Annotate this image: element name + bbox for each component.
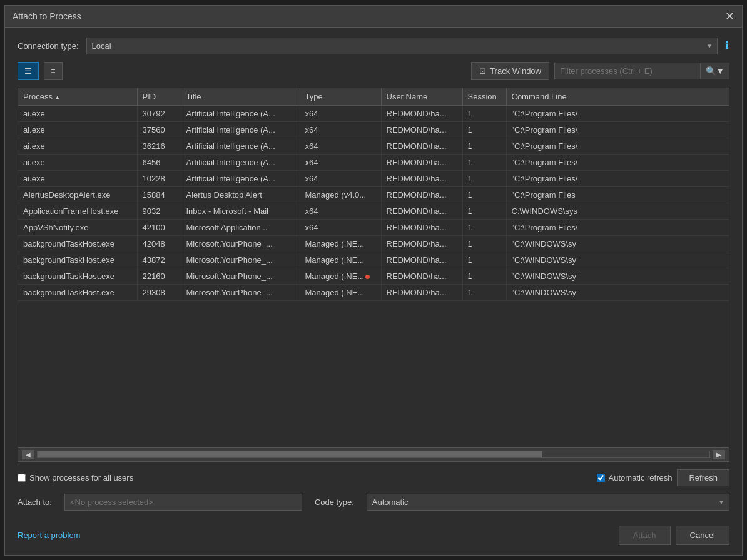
cell-pid: 37560 xyxy=(137,121,181,138)
col-header-pid[interactable]: PID xyxy=(137,88,181,106)
table-row[interactable]: AlertusDesktopAlert.exe15884Alertus Desk… xyxy=(18,186,729,203)
cell-cmdline: "C:\Program Files\ xyxy=(506,105,729,121)
cell-session: 1 xyxy=(462,121,506,138)
cell-title: Microsoft.YourPhone_... xyxy=(181,284,300,300)
cell-cmdline: "C:\WINDOWS\sy xyxy=(506,284,729,300)
show-all-users-checkbox[interactable] xyxy=(18,474,26,482)
info-button[interactable]: ℹ xyxy=(725,40,729,51)
cell-pid: 42048 xyxy=(137,235,181,252)
report-problem-link[interactable]: Report a problem xyxy=(18,531,80,540)
col-header-username[interactable]: User Name xyxy=(381,88,462,106)
view-list-button[interactable]: ☰ xyxy=(18,62,39,80)
footer-buttons: Attach Cancel xyxy=(619,526,729,545)
auto-refresh-group: Automatic refresh Refresh xyxy=(597,469,729,486)
close-button[interactable]: ✕ xyxy=(725,11,734,22)
col-header-cmdline[interactable]: Command Line xyxy=(506,88,729,106)
cell-type: Managed (.NE... xyxy=(300,235,381,252)
attach-to-label: Attach to: xyxy=(18,497,52,507)
cell-pid: 36216 xyxy=(137,138,181,154)
table-row[interactable]: backgroundTaskHost.exe29308Microsoft.You… xyxy=(18,284,729,300)
refresh-button[interactable]: Refresh xyxy=(677,469,729,486)
cell-session: 1 xyxy=(462,235,506,252)
cell-session: 1 xyxy=(462,186,506,203)
scroll-left-button[interactable]: ◀ xyxy=(22,450,34,459)
code-type-select-wrapper: Automatic Managed Native ▼ xyxy=(367,494,729,511)
code-type-select[interactable]: Automatic Managed Native xyxy=(367,494,729,511)
col-header-type[interactable]: Type xyxy=(300,88,381,106)
cell-pid: 42100 xyxy=(137,219,181,235)
track-window-icon: ⊡ xyxy=(479,66,486,76)
cell-session: 1 xyxy=(462,203,506,219)
cell-username: REDMOND\ha... xyxy=(381,219,462,235)
cell-process: ApplicationFrameHost.exe xyxy=(18,203,137,219)
cell-session: 1 xyxy=(462,154,506,170)
table-row[interactable]: ai.exe37560Artificial Intelligence (A...… xyxy=(18,121,729,138)
table-row[interactable]: ai.exe10228Artificial Intelligence (A...… xyxy=(18,170,729,186)
cell-pid: 9032 xyxy=(137,203,181,219)
col-header-session[interactable]: Session xyxy=(462,88,506,106)
table-row[interactable]: ai.exe6456Artificial Intelligence (A...x… xyxy=(18,154,729,170)
connection-type-label: Connection type: xyxy=(18,41,79,51)
table-row[interactable]: AppVShNotify.exe42100Microsoft Applicati… xyxy=(18,219,729,235)
dialog-title: Attach to Process xyxy=(13,11,81,21)
cancel-button[interactable]: Cancel xyxy=(676,526,729,545)
footer-row: Report a problem Attach Cancel xyxy=(5,521,742,555)
cell-session: 1 xyxy=(462,284,506,300)
bottom-options-row: Show processes for all users Automatic r… xyxy=(18,469,729,486)
track-window-button[interactable]: ⊡ Track Window xyxy=(471,62,549,80)
cell-title: Microsoft.YourPhone_... xyxy=(181,268,300,284)
cell-process: backgroundTaskHost.exe xyxy=(18,252,137,268)
auto-refresh-checkbox[interactable] xyxy=(597,474,605,482)
connection-type-select[interactable]: Local xyxy=(86,38,718,54)
cell-title: Artificial Intelligence (A... xyxy=(181,170,300,186)
cell-pid: 30792 xyxy=(137,105,181,121)
cell-process: backgroundTaskHost.exe xyxy=(18,268,137,284)
filter-search-button[interactable]: 🔍 ▼ xyxy=(700,63,729,79)
cell-process: ai.exe xyxy=(18,138,137,154)
table-row[interactable]: backgroundTaskHost.exe42048Microsoft.You… xyxy=(18,235,729,252)
table-scroll-wrapper[interactable]: Process PID Title Type User Name Session… xyxy=(18,88,729,447)
status-dot-icon xyxy=(365,275,370,279)
table-row[interactable]: backgroundTaskHost.exe22160Microsoft.You… xyxy=(18,268,729,284)
cell-type: x64 xyxy=(300,154,381,170)
search-icon: 🔍 xyxy=(706,66,716,76)
col-header-title[interactable]: Title xyxy=(181,88,300,106)
cell-type: x64 xyxy=(300,138,381,154)
cell-cmdline: "C:\Program Files\ xyxy=(506,219,729,235)
cell-title: Artificial Intelligence (A... xyxy=(181,138,300,154)
code-type-label: Code type: xyxy=(315,497,354,507)
list-icon: ☰ xyxy=(24,66,32,76)
col-header-process[interactable]: Process xyxy=(18,88,137,106)
attach-to-input[interactable] xyxy=(64,494,302,511)
cell-title: Artificial Intelligence (A... xyxy=(181,154,300,170)
table-row[interactable]: ai.exe30792Artificial Intelligence (A...… xyxy=(18,105,729,121)
cell-type: x64 xyxy=(300,121,381,138)
horizontal-scrollbar[interactable]: ◀ ▶ xyxy=(18,447,729,461)
cell-cmdline: "C:\Program Files xyxy=(506,186,729,203)
cell-title: Microsoft Application... xyxy=(181,219,300,235)
toolbar-row: ☰ ≡ ⊡ Track Window 🔍 ▼ xyxy=(18,62,729,80)
cell-cmdline: "C:\Program Files\ xyxy=(506,138,729,154)
table-row[interactable]: ApplicationFrameHost.exe9032Inbox - Micr… xyxy=(18,203,729,219)
cell-process: AppVShNotify.exe xyxy=(18,219,137,235)
cell-process: ai.exe xyxy=(18,170,137,186)
attach-to-process-dialog: Attach to Process ✕ Connection type: Loc… xyxy=(4,5,743,556)
cell-username: REDMOND\ha... xyxy=(381,121,462,138)
cell-cmdline: "C:\Program Files\ xyxy=(506,121,729,138)
auto-refresh-label[interactable]: Automatic refresh xyxy=(597,473,673,482)
table-row[interactable]: backgroundTaskHost.exe43872Microsoft.You… xyxy=(18,252,729,268)
cell-process: ai.exe xyxy=(18,154,137,170)
cell-cmdline: "C:\WINDOWS\sy xyxy=(506,252,729,268)
table-row[interactable]: ai.exe36216Artificial Intelligence (A...… xyxy=(18,138,729,154)
scroll-right-button[interactable]: ▶ xyxy=(713,450,725,459)
cell-session: 1 xyxy=(462,105,506,121)
cell-type: Managed (.NE... xyxy=(300,252,381,268)
attach-button[interactable]: Attach xyxy=(619,526,671,545)
show-all-users-label[interactable]: Show processes for all users xyxy=(18,473,133,482)
view-detail-button[interactable]: ≡ xyxy=(44,62,63,80)
cell-pid: 29308 xyxy=(137,284,181,300)
scroll-track[interactable] xyxy=(37,451,710,458)
cell-username: REDMOND\ha... xyxy=(381,154,462,170)
cell-type: x64 xyxy=(300,203,381,219)
cell-username: REDMOND\ha... xyxy=(381,170,462,186)
